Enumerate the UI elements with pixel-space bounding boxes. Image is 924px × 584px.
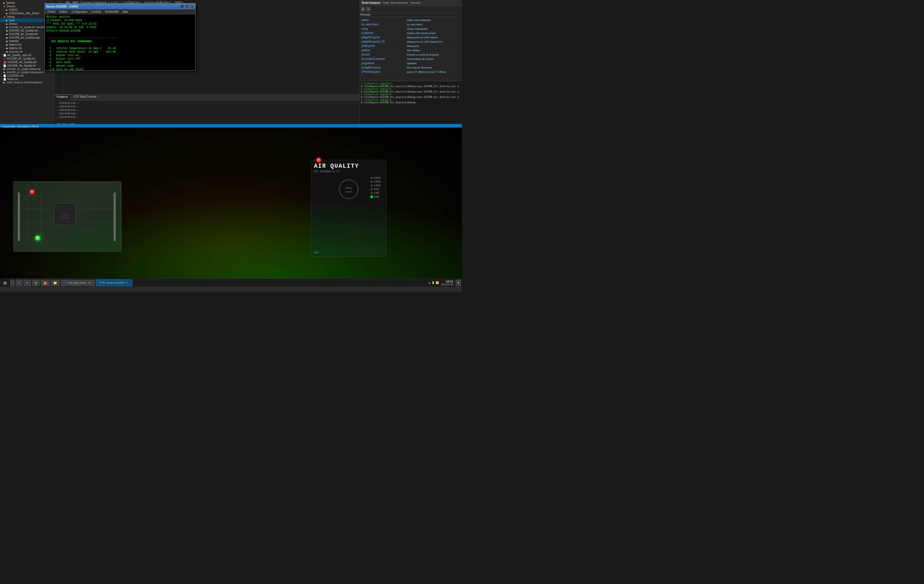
taskbar-ie-button[interactable]: e bbox=[16, 280, 22, 286]
right-list-item-using[interactable]: using using a namespace bbox=[361, 27, 461, 31]
right-list-item-ymsg[interactable]: ymsgBienvenue Mon Msg de bienvenue bbox=[361, 66, 461, 70]
taskbar-apps-button[interactable]: ⋮⋮ bbox=[10, 280, 15, 286]
right-list-item-ydbg2[interactable]: ydbgHALsprintf_PV debug print via UART t… bbox=[361, 40, 461, 44]
right-list-item-ycible[interactable]: yCibleInfo Display cible durant compil bbox=[361, 31, 461, 35]
led-red-device bbox=[317, 158, 321, 162]
right-list-item-ysig[interactable]: ySignature signature bbox=[361, 61, 461, 66]
right-toolbar-btn-2[interactable]: ≡ bbox=[366, 7, 371, 12]
console-line-2: ../Core/Src/m... bbox=[56, 105, 357, 109]
file-icon-debug-launch: ◆ bbox=[3, 71, 5, 74]
taskbar-ide-button[interactable]: IDE WS_IDE_stm32 - ST... bbox=[61, 280, 96, 286]
tab-cdt-build[interactable]: CDT Build Console bbox=[71, 95, 99, 100]
folder-icon-uart: ▶ bbox=[3, 81, 5, 84]
right-list-item-switch[interactable]: switch switch case statement bbox=[361, 18, 461, 22]
console-line-3: ../Core/Src/m... bbox=[56, 109, 357, 112]
serial-menu-fichier[interactable]: Fichier bbox=[46, 10, 57, 13]
svg-text:G431RB: G431RB bbox=[61, 216, 69, 219]
serial-line-9 bbox=[46, 43, 194, 47]
serial-line-12: b buzzer turn on bbox=[46, 54, 194, 58]
serial-line-10: t returns temperature in deg.C 25.48 bbox=[46, 47, 194, 50]
serial-titlebar[interactable]: Nucleo G431RB - COM10 _ □ ✕ bbox=[45, 3, 195, 10]
serial-menu-edition[interactable]: Edition bbox=[58, 10, 69, 13]
serial-menubar: Fichier Edition Configuration Contrôle F… bbox=[45, 10, 195, 14]
aq-scale-5000: 5000 bbox=[371, 177, 381, 180]
edge-icon: ⊕ bbox=[26, 281, 29, 285]
taskbar-folder-button[interactable]: 📁 bbox=[51, 280, 59, 286]
tree-item-notes[interactable]: 📄 Notes.txt bbox=[0, 78, 54, 81]
right-list-item-yprint[interactable]: yPrintViaQueue queue VT affiche vos task… bbox=[361, 70, 461, 74]
serial-line-8: Air Quality Kit commandes bbox=[46, 40, 194, 43]
serial-taskbar-icon: COM bbox=[99, 281, 105, 284]
right-panel-header: Build Analyzer Static Stack Analyzer Ter… bbox=[360, 0, 462, 6]
firefox-icon: 🦊 bbox=[43, 281, 47, 285]
file-icon-sources-mk: ◆ bbox=[6, 50, 8, 53]
right-list-item-ydbg1[interactable]: ydbgHALsprintf debug print via UART tran… bbox=[361, 35, 461, 40]
file-icon-pdf: 📕 bbox=[3, 61, 6, 64]
terminal-line-5: D:\GitDepots\G431RB_Air_Quality\Debug>co… bbox=[361, 90, 461, 93]
right-panel-stack-analyzer[interactable]: Static Stack Analyzer bbox=[383, 2, 408, 4]
folder-icon-drivers: ▼ bbox=[3, 5, 6, 8]
right-list-item-ydefine[interactable]: ydefine Mes #define bbox=[361, 48, 461, 53]
serial-menu-controle[interactable]: Contrôle bbox=[89, 10, 103, 13]
right-list-item-trycatch[interactable]: try catch block try catch block bbox=[361, 22, 461, 27]
aq-scale-2000: 2000 bbox=[371, 180, 381, 183]
tree-item-uart[interactable]: ▶ UART_Printf (in STM32CubeIDE) bbox=[0, 81, 54, 84]
tree-item-license[interactable]: 📄 LICENSE.md bbox=[0, 74, 54, 78]
aq-scale: 5000 2000 1000 800 500 bbox=[371, 177, 381, 198]
right-list-item-yfunc[interactable]: yFunctionComment Commentaire de fonction bbox=[361, 57, 461, 61]
terminal-line-9: 1 fichier(s) copié(s). bbox=[361, 98, 461, 101]
serial-line-6 bbox=[46, 33, 194, 36]
file-icon-objects-mk: ◆ bbox=[6, 47, 8, 49]
taskbar-date: 2022-02-06 bbox=[441, 283, 454, 286]
serial-line-1: Bonjour maitre! bbox=[46, 15, 194, 19]
folder-icon-drivers-debug: ▶ bbox=[6, 23, 8, 25]
aq-scale-800: 800 bbox=[371, 188, 381, 191]
ide-taskbar-icon: IDE bbox=[63, 281, 68, 284]
taskbar-icons: ▲ 🔋 📶 bbox=[428, 281, 439, 284]
terminal-line-6: 1 fichier(s) copié(s). bbox=[361, 93, 461, 96]
svg-text:STM32: STM32 bbox=[61, 214, 69, 216]
taskbar-start-button[interactable]: ⊞ bbox=[1, 280, 9, 286]
tab-problems[interactable]: Problems bbox=[54, 95, 71, 100]
folder-icon-core: ▶ bbox=[6, 19, 8, 22]
console-line-4: ../Core/Src/m... bbox=[56, 112, 357, 115]
file-icon-notes: 📄 bbox=[3, 78, 6, 81]
serial-menu-aide[interactable]: Aide bbox=[121, 10, 129, 13]
right-list-item-yevent[interactable]: yEvent Envoyer un event ds la queue bbox=[361, 53, 461, 57]
terminal-line-11: D:\GitDepots\G431RB_Air_Quality\Debug> bbox=[361, 101, 461, 104]
serial-menu-config[interactable]: Configuration bbox=[70, 10, 89, 13]
aq-dot-300-active bbox=[371, 196, 373, 198]
file-icon-license: 📄 bbox=[3, 74, 6, 77]
taskbar-edge-button[interactable]: ⊕ bbox=[23, 280, 31, 286]
taskbar-show-desktop[interactable]: ▮ bbox=[455, 280, 461, 286]
right-panel-build-analyzer[interactable]: Build Analyzer bbox=[362, 2, 381, 4]
console-line-1: ../Core/Src/m... bbox=[56, 102, 357, 105]
file-icon-objects-list: ◆ bbox=[6, 43, 8, 46]
svg-rect-5 bbox=[18, 193, 20, 241]
serial-menu-fenetre[interactable]: Fenêtre(W) bbox=[104, 10, 120, 13]
file-icon-elf: ◆ bbox=[6, 26, 8, 28]
ide-container: STM32 G431RB AIR QUALITY for Raspberry P… bbox=[0, 0, 462, 292]
right-list-item-ydbgprintf[interactable]: yDBGprintf debug print bbox=[361, 44, 461, 48]
taskbar-firefox-button[interactable]: 🦊 bbox=[41, 280, 50, 286]
terminal-line-3: 1 fichier(s) copié(s). bbox=[361, 87, 461, 90]
right-list: switch switch case statement try catch b… bbox=[360, 17, 462, 75]
right-toolbar-btn-1[interactable]: ⊞ bbox=[361, 7, 365, 12]
file-icon-bin: ◆ bbox=[6, 30, 8, 32]
serial-maximize-btn[interactable]: □ bbox=[185, 5, 189, 8]
tree-item-debug-launch[interactable]: ◆ G431RB_Air_Quality Debug.launch bbox=[0, 71, 54, 74]
right-panel-terminal[interactable]: Terminal bbox=[410, 2, 421, 4]
serial-minimize-btn[interactable]: _ bbox=[180, 5, 184, 8]
serial-close-btn[interactable]: ✕ bbox=[190, 5, 194, 8]
serial-content: Bonjour maitre! (C)Jean92, xx-Feb-2022 *… bbox=[45, 14, 195, 70]
right-panel-terminal-output: 1 fichier(s) copié(s). D:\GitDepots\G431… bbox=[360, 81, 462, 129]
svg-text:sensor: sensor bbox=[345, 191, 352, 193]
chrome-icon: ◉ bbox=[35, 281, 37, 285]
folder-icon-hal: ▶ bbox=[6, 12, 8, 15]
taskbar-chrome-button[interactable]: ◉ bbox=[32, 280, 40, 286]
taskbar-serial-button[interactable]: COM Nucleo G431RB - C... bbox=[96, 280, 132, 286]
folder-icon-startup: ▶ bbox=[3, 2, 5, 4]
serial-line-13: q buzzer turn off bbox=[46, 58, 194, 61]
serial-line-11: b returns eCOs level in ppm 624.00 bbox=[46, 50, 194, 54]
aq-device-title: AIR QUALITY bbox=[314, 163, 383, 170]
